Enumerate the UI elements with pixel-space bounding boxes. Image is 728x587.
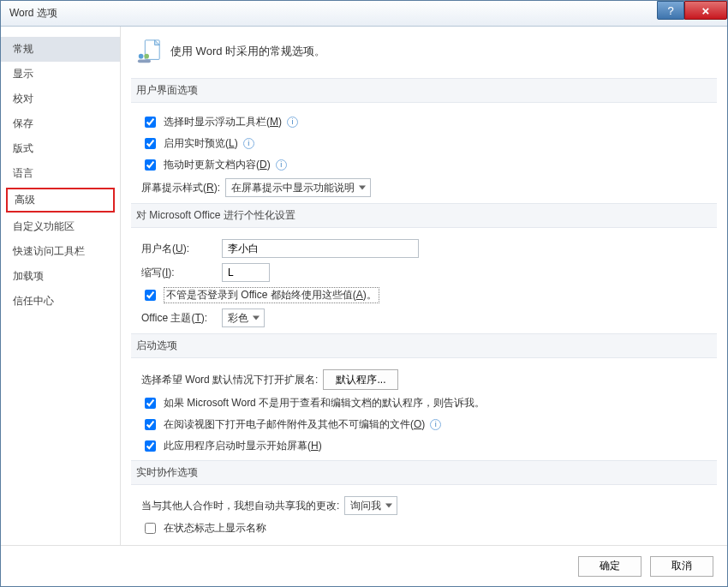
label-username: 用户名(U): <box>141 242 217 256</box>
label-mini-toolbar: 选择时显示浮动工具栏(M) <box>164 115 282 129</box>
checkbox-live-preview[interactable] <box>145 138 156 149</box>
section-personalize-title: 对 Microsoft Office 进行个性化设置 <box>131 203 717 228</box>
panel-header: 使用 Word 时采用的常规选项。 <box>136 35 712 75</box>
window-controls: ? × <box>657 1 727 20</box>
label-share-changes: 当与其他人合作时，我想自动共享我的更改: <box>141 499 339 513</box>
label-always-use: 不管是否登录到 Office 都始终使用这些值(A)。 <box>164 287 379 303</box>
dialog-body: 常规 显示 校对 保存 版式 语言 高级 自定义功能区 快速访问工具栏 加载项 … <box>1 27 727 545</box>
sidebar-item-save[interactable]: 保存 <box>1 111 120 136</box>
label-show-start: 此应用程序启动时显示开始屏幕(H) <box>164 439 322 453</box>
label-open-attachments: 在阅读视图下打开电子邮件附件及其他不可编辑的文件(O) <box>164 417 425 432</box>
checkbox-show-names[interactable] <box>145 523 156 534</box>
opt-show-names: 在状态标志上显示名称 <box>136 518 712 539</box>
titlebar: Word 选项 ? × <box>1 1 727 27</box>
window-title: Word 选项 <box>9 6 57 21</box>
label-tell-default: 如果 Microsoft Word 不是用于查看和编辑文档的默认程序，则告诉我。 <box>164 396 485 410</box>
checkbox-tell-default[interactable] <box>145 398 156 409</box>
button-default-programs[interactable]: 默认程序... <box>323 369 398 390</box>
opt-always-use-values: 不管是否登录到 Office 都始终使用这些值(A)。 <box>136 285 712 306</box>
section-collab-title: 实时协作选项 <box>131 460 717 485</box>
sidebar-item-general[interactable]: 常规 <box>1 37 120 62</box>
sidebar: 常规 显示 校对 保存 版式 语言 高级 自定义功能区 快速访问工具栏 加载项 … <box>1 27 121 545</box>
sidebar-item-qat[interactable]: 快速访问工具栏 <box>1 239 120 264</box>
combo-office-theme[interactable]: 彩色 <box>222 308 265 327</box>
opt-live-preview: 启用实时预览(L) i <box>136 133 712 154</box>
opt-tell-default: 如果 Microsoft Word 不是用于查看和编辑文档的默认程序，则告诉我。 <box>136 392 712 414</box>
label-live-preview: 启用实时预览(L) <box>164 136 238 151</box>
combo-share-changes[interactable]: 询问我 <box>344 496 397 515</box>
info-icon[interactable]: i <box>276 159 287 171</box>
sidebar-item-display[interactable]: 显示 <box>1 62 120 87</box>
ok-button[interactable]: 确定 <box>578 556 641 577</box>
field-share-changes: 当与其他人合作时，我想自动共享我的更改: 询问我 <box>136 494 712 518</box>
label-initials: 缩写(I): <box>141 266 217 280</box>
field-initials: 缩写(I): <box>136 261 712 285</box>
opt-show-start-screen: 此应用程序启动时显示开始屏幕(H) <box>136 435 712 457</box>
label-update-on-drag: 拖动时更新文档内容(D) <box>164 158 271 172</box>
info-icon[interactable]: i <box>430 419 441 430</box>
combo-screentip-style[interactable]: 在屏幕提示中显示功能说明 <box>225 178 371 197</box>
label-default-ext: 选择希望 Word 默认情况下打开扩展名: <box>141 373 318 387</box>
main-panel: 使用 Word 时采用的常规选项。 用户界面选项 选择时显示浮动工具栏(M) i… <box>121 27 727 545</box>
opt-screentip-style: 屏幕提示样式(R): 在屏幕提示中显示功能说明 <box>136 176 712 200</box>
section-startup-title: 启动选项 <box>131 333 717 358</box>
sidebar-item-trust-center[interactable]: 信任中心 <box>1 289 120 314</box>
cancel-button[interactable]: 取消 <box>650 556 713 577</box>
panel-title: 使用 Word 时采用的常规选项。 <box>170 44 325 59</box>
opt-update-on-drag: 拖动时更新文档内容(D) i <box>136 154 712 176</box>
input-initials[interactable] <box>222 263 270 282</box>
label-screentip-style: 屏幕提示样式(R): <box>141 181 220 195</box>
close-button[interactable]: × <box>684 1 727 20</box>
section-ui-title: 用户界面选项 <box>131 78 717 103</box>
dialog-footer: 确定 取消 <box>1 545 727 586</box>
field-default-extensions: 选择希望 Word 默认情况下打开扩展名: 默认程序... <box>136 367 712 392</box>
general-options-icon <box>136 39 162 64</box>
info-icon[interactable]: i <box>287 117 298 128</box>
sidebar-item-addins[interactable]: 加载项 <box>1 264 120 289</box>
field-office-theme: Office 主题(T): 彩色 <box>136 306 712 330</box>
opt-mini-toolbar: 选择时显示浮动工具栏(M) i <box>136 111 712 133</box>
label-show-names: 在状态标志上显示名称 <box>164 521 266 536</box>
sidebar-item-layout[interactable]: 版式 <box>1 136 120 161</box>
label-office-theme: Office 主题(T): <box>141 311 217 326</box>
svg-point-2 <box>144 54 149 59</box>
info-icon[interactable]: i <box>243 138 254 149</box>
sidebar-item-customize-ribbon[interactable]: 自定义功能区 <box>1 214 120 239</box>
checkbox-always-use[interactable] <box>145 290 156 301</box>
sidebar-item-language[interactable]: 语言 <box>1 161 120 186</box>
opt-open-attachments: 在阅读视图下打开电子邮件附件及其他不可编辑的文件(O) i <box>136 414 712 435</box>
sidebar-item-advanced[interactable]: 高级 <box>6 188 115 213</box>
options-dialog: Word 选项 ? × 常规 显示 校对 保存 版式 语言 高级 自定义功能区 … <box>0 0 728 587</box>
checkbox-show-start[interactable] <box>145 440 156 452</box>
sidebar-item-proofing[interactable]: 校对 <box>1 87 120 111</box>
field-username: 用户名(U): <box>136 237 712 261</box>
checkbox-open-attachments[interactable] <box>145 419 156 430</box>
svg-rect-3 <box>138 59 151 63</box>
checkbox-update-on-drag[interactable] <box>145 159 156 171</box>
checkbox-mini-toolbar[interactable] <box>145 117 156 128</box>
help-button[interactable]: ? <box>657 1 684 20</box>
svg-point-1 <box>139 54 144 59</box>
input-username[interactable] <box>222 239 419 258</box>
